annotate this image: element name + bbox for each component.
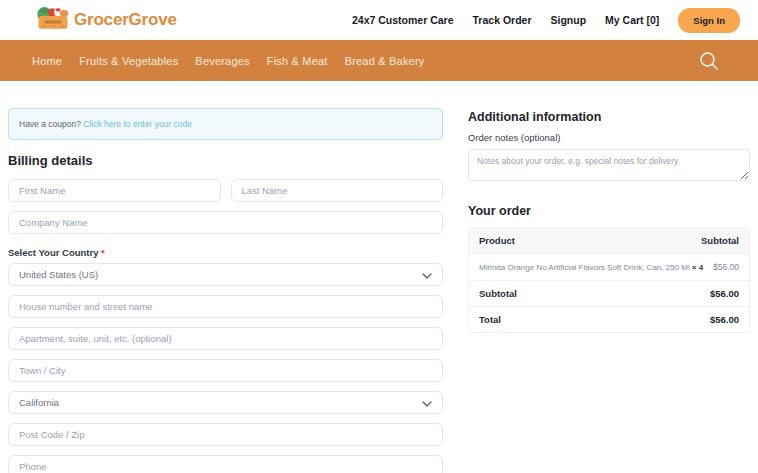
order-item-price: $56.00 <box>713 262 739 272</box>
coupon-link[interactable]: Click here to enter your code <box>83 119 192 129</box>
country-selected-value: United States (US) <box>19 269 98 280</box>
order-notes-label: Order notes (optional) <box>468 132 750 143</box>
nav-item-fruits-vegetables[interactable]: Fruits & Vegetables <box>79 55 178 67</box>
link-customer-care[interactable]: 24x7 Customer Care <box>352 14 454 26</box>
brand-logo[interactable]: GrocerGrove <box>36 4 177 37</box>
checkout-content: Have a coupon? Click here to enter your … <box>0 81 758 473</box>
additional-info-title: Additional information <box>468 110 750 124</box>
required-asterisk: * <box>101 247 105 258</box>
top-header: GrocerGrove 24x7 Customer Care Track Ord… <box>0 0 758 40</box>
sign-in-button[interactable]: Sign In <box>678 8 740 33</box>
country-label: Select Your Country * <box>8 247 443 258</box>
billing-title: Billing details <box>8 153 443 168</box>
first-name-input[interactable] <box>8 179 221 202</box>
country-select[interactable]: United States (US) <box>8 263 443 286</box>
street-address-input[interactable] <box>8 295 443 318</box>
phone-input[interactable] <box>8 455 443 473</box>
apartment-input[interactable] <box>8 327 443 350</box>
subtotal-value: $56.00 <box>710 288 739 299</box>
nav-item-home[interactable]: Home <box>32 55 62 67</box>
total-value: $56.00 <box>710 314 739 325</box>
nav-item-bread-bakery[interactable]: Bread & Bakery <box>345 55 425 67</box>
order-table: Product Subtotal Mirinda Orange No Artif… <box>468 227 750 333</box>
subtotal-column-header: Subtotal <box>701 235 739 246</box>
city-input[interactable] <box>8 359 443 382</box>
chevron-down-icon <box>422 273 432 279</box>
company-name-input[interactable] <box>8 211 443 234</box>
order-summary-column: Additional information Order notes (opti… <box>468 81 750 473</box>
subtotal-label: Subtotal <box>479 288 517 299</box>
link-my-cart[interactable]: My Cart [0] <box>605 14 659 26</box>
name-row <box>8 179 443 202</box>
brand-name: GrocerGrove <box>74 10 177 30</box>
order-item-name: Mirinda Orange No Artificial Flavors Sof… <box>479 263 703 272</box>
billing-column: Have a coupon? Click here to enter your … <box>8 81 443 473</box>
your-order-title: Your order <box>468 204 750 218</box>
total-label: Total <box>479 314 501 325</box>
order-item-qty: × 4 <box>692 263 703 272</box>
last-name-input[interactable] <box>231 179 444 202</box>
main-navigation: Home Fruits & Vegetables Beverages Fish … <box>0 40 758 81</box>
search-icon[interactable] <box>698 50 720 72</box>
total-row: Total $56.00 <box>469 307 749 332</box>
state-selected-value: California <box>19 397 59 408</box>
subtotal-row: Subtotal $56.00 <box>469 281 749 307</box>
link-track-order[interactable]: Track Order <box>473 14 532 26</box>
nav-item-fish-meat[interactable]: Fish & Meat <box>267 55 328 67</box>
nav-item-beverages[interactable]: Beverages <box>195 55 249 67</box>
state-select[interactable]: California <box>8 391 443 414</box>
chevron-down-icon <box>422 401 432 407</box>
link-signup[interactable]: Signup <box>550 14 586 26</box>
coupon-text: Have a coupon? <box>19 119 81 129</box>
order-notes-textarea[interactable] <box>468 149 750 181</box>
coupon-banner: Have a coupon? Click here to enter your … <box>8 108 443 140</box>
header-links: 24x7 Customer Care Track Order Signup My… <box>352 8 740 33</box>
postcode-input[interactable] <box>8 423 443 446</box>
product-column-header: Product <box>479 235 515 246</box>
order-table-header: Product Subtotal <box>469 228 749 254</box>
basket-logo-icon <box>36 4 70 37</box>
order-item-row: Mirinda Orange No Artificial Flavors Sof… <box>469 254 749 281</box>
